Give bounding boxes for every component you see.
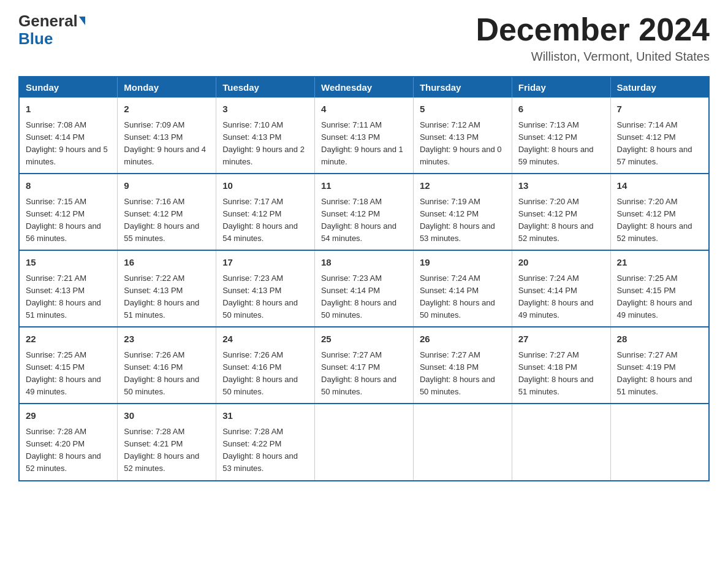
calendar-header: SundayMondayTuesdayWednesdayThursdayFrid… — [19, 77, 709, 98]
day-header-tuesday: Tuesday — [216, 77, 315, 98]
day-info: Sunrise: 7:26 AMSunset: 4:16 PMDaylight:… — [222, 350, 298, 396]
calendar-day-16: 16 Sunrise: 7:22 AMSunset: 4:13 PMDaylig… — [118, 250, 216, 327]
location-subtitle: Williston, Vermont, United States — [476, 50, 710, 64]
day-info: Sunrise: 7:28 AMSunset: 4:20 PMDaylight:… — [26, 427, 101, 473]
day-info: Sunrise: 7:24 AMSunset: 4:14 PMDaylight:… — [420, 274, 495, 320]
day-info: Sunrise: 7:23 AMSunset: 4:13 PMDaylight:… — [222, 274, 298, 320]
empty-cell — [413, 404, 512, 480]
day-number: 22 — [26, 332, 111, 347]
day-info: Sunrise: 7:24 AMSunset: 4:14 PMDaylight:… — [518, 274, 594, 320]
day-info: Sunrise: 7:12 AMSunset: 4:13 PMDaylight:… — [420, 120, 502, 166]
day-number: 23 — [124, 332, 210, 347]
calendar-day-26: 26 Sunrise: 7:27 AMSunset: 4:18 PMDaylig… — [413, 327, 512, 404]
calendar-week-4: 22 Sunrise: 7:25 AMSunset: 4:15 PMDaylig… — [19, 327, 709, 404]
day-number: 17 — [222, 256, 308, 270]
logo: General Blue — [18, 12, 85, 47]
day-info: Sunrise: 7:27 AMSunset: 4:18 PMDaylight:… — [518, 350, 594, 396]
calendar-week-5: 29 Sunrise: 7:28 AMSunset: 4:20 PMDaylig… — [19, 404, 709, 480]
day-info: Sunrise: 7:14 AMSunset: 4:12 PMDaylight:… — [617, 120, 692, 166]
calendar-day-20: 20 Sunrise: 7:24 AMSunset: 4:14 PMDaylig… — [512, 250, 610, 327]
calendar-day-23: 23 Sunrise: 7:26 AMSunset: 4:16 PMDaylig… — [118, 327, 216, 404]
day-info: Sunrise: 7:28 AMSunset: 4:22 PMDaylight:… — [222, 427, 298, 473]
day-info: Sunrise: 7:22 AMSunset: 4:13 PMDaylight:… — [124, 274, 199, 320]
day-number: 10 — [222, 179, 308, 193]
logo-top: General — [18, 12, 85, 30]
calendar-day-25: 25 Sunrise: 7:27 AMSunset: 4:17 PMDaylig… — [315, 327, 414, 404]
day-number: 24 — [222, 332, 308, 347]
day-number: 12 — [420, 179, 506, 193]
empty-cell — [315, 404, 414, 480]
day-number: 2 — [124, 102, 210, 117]
day-number: 25 — [321, 332, 407, 347]
calendar-day-30: 30 Sunrise: 7:28 AMSunset: 4:21 PMDaylig… — [118, 404, 216, 480]
day-info: Sunrise: 7:20 AMSunset: 4:12 PMDaylight:… — [518, 197, 594, 243]
day-number: 5 — [420, 102, 506, 117]
day-header-saturday: Saturday — [610, 77, 709, 98]
day-number: 7 — [617, 102, 702, 117]
logo-arrow-icon — [79, 17, 85, 25]
day-info: Sunrise: 7:27 AMSunset: 4:19 PMDaylight:… — [617, 350, 692, 396]
day-info: Sunrise: 7:28 AMSunset: 4:21 PMDaylight:… — [124, 427, 199, 473]
day-header-monday: Monday — [118, 77, 216, 98]
day-number: 21 — [617, 256, 702, 270]
day-info: Sunrise: 7:25 AMSunset: 4:15 PMDaylight:… — [617, 274, 692, 320]
day-number: 15 — [26, 256, 111, 270]
calendar-day-4: 4 Sunrise: 7:11 AMSunset: 4:13 PMDayligh… — [315, 98, 414, 174]
calendar-day-15: 15 Sunrise: 7:21 AMSunset: 4:13 PMDaylig… — [19, 250, 118, 327]
day-number: 13 — [518, 179, 604, 193]
empty-cell — [512, 404, 610, 480]
calendar-day-17: 17 Sunrise: 7:23 AMSunset: 4:13 PMDaylig… — [216, 250, 315, 327]
calendar-day-6: 6 Sunrise: 7:13 AMSunset: 4:12 PMDayligh… — [512, 98, 610, 174]
day-info: Sunrise: 7:09 AMSunset: 4:13 PMDaylight:… — [124, 120, 206, 166]
day-info: Sunrise: 7:08 AMSunset: 4:14 PMDaylight:… — [26, 120, 108, 166]
day-info: Sunrise: 7:11 AMSunset: 4:13 PMDaylight:… — [321, 120, 403, 166]
days-of-week-row: SundayMondayTuesdayWednesdayThursdayFrid… — [19, 77, 709, 98]
day-info: Sunrise: 7:26 AMSunset: 4:16 PMDaylight:… — [124, 350, 199, 396]
calendar-week-1: 1 Sunrise: 7:08 AMSunset: 4:14 PMDayligh… — [19, 98, 709, 174]
calendar-day-19: 19 Sunrise: 7:24 AMSunset: 4:14 PMDaylig… — [413, 250, 512, 327]
day-number: 16 — [124, 256, 210, 270]
calendar-day-14: 14 Sunrise: 7:20 AMSunset: 4:12 PMDaylig… — [610, 174, 709, 250]
day-info: Sunrise: 7:27 AMSunset: 4:18 PMDaylight:… — [420, 350, 495, 396]
day-number: 19 — [420, 256, 506, 270]
day-number: 11 — [321, 179, 407, 193]
calendar-day-27: 27 Sunrise: 7:27 AMSunset: 4:18 PMDaylig… — [512, 327, 610, 404]
day-info: Sunrise: 7:19 AMSunset: 4:12 PMDaylight:… — [420, 197, 495, 243]
day-info: Sunrise: 7:18 AMSunset: 4:12 PMDaylight:… — [321, 197, 396, 243]
day-number: 1 — [26, 102, 111, 117]
calendar-table: SundayMondayTuesdayWednesdayThursdayFrid… — [18, 76, 710, 481]
calendar-day-2: 2 Sunrise: 7:09 AMSunset: 4:13 PMDayligh… — [118, 98, 216, 174]
calendar-day-3: 3 Sunrise: 7:10 AMSunset: 4:13 PMDayligh… — [216, 98, 315, 174]
calendar-day-28: 28 Sunrise: 7:27 AMSunset: 4:19 PMDaylig… — [610, 327, 709, 404]
day-number: 8 — [26, 179, 111, 193]
day-info: Sunrise: 7:27 AMSunset: 4:17 PMDaylight:… — [321, 350, 396, 396]
calendar-day-31: 31 Sunrise: 7:28 AMSunset: 4:22 PMDaylig… — [216, 404, 315, 480]
day-info: Sunrise: 7:10 AMSunset: 4:13 PMDaylight:… — [222, 120, 305, 166]
calendar-day-5: 5 Sunrise: 7:12 AMSunset: 4:13 PMDayligh… — [413, 98, 512, 174]
day-info: Sunrise: 7:13 AMSunset: 4:12 PMDaylight:… — [518, 120, 594, 166]
day-number: 3 — [222, 102, 308, 117]
calendar-day-8: 8 Sunrise: 7:15 AMSunset: 4:12 PMDayligh… — [19, 174, 118, 250]
day-number: 14 — [617, 179, 702, 193]
day-info: Sunrise: 7:17 AMSunset: 4:12 PMDaylight:… — [222, 197, 298, 243]
calendar-day-11: 11 Sunrise: 7:18 AMSunset: 4:12 PMDaylig… — [315, 174, 414, 250]
logo-blue-text: Blue — [18, 30, 53, 48]
day-info: Sunrise: 7:21 AMSunset: 4:13 PMDaylight:… — [26, 274, 101, 320]
calendar-day-10: 10 Sunrise: 7:17 AMSunset: 4:12 PMDaylig… — [216, 174, 315, 250]
day-header-wednesday: Wednesday — [315, 77, 414, 98]
calendar-week-3: 15 Sunrise: 7:21 AMSunset: 4:13 PMDaylig… — [19, 250, 709, 327]
day-info: Sunrise: 7:16 AMSunset: 4:12 PMDaylight:… — [124, 197, 199, 243]
logo-general-text: General — [18, 12, 78, 30]
calendar-day-13: 13 Sunrise: 7:20 AMSunset: 4:12 PMDaylig… — [512, 174, 610, 250]
calendar-day-7: 7 Sunrise: 7:14 AMSunset: 4:12 PMDayligh… — [610, 98, 709, 174]
day-number: 29 — [26, 409, 111, 423]
day-header-thursday: Thursday — [413, 77, 512, 98]
day-number: 27 — [518, 332, 604, 347]
day-number: 26 — [420, 332, 506, 347]
calendar-day-12: 12 Sunrise: 7:19 AMSunset: 4:12 PMDaylig… — [413, 174, 512, 250]
page-header: General Blue December 2024 Williston, Ve… — [18, 12, 710, 64]
day-number: 4 — [321, 102, 407, 117]
calendar-body: 1 Sunrise: 7:08 AMSunset: 4:14 PMDayligh… — [19, 98, 709, 480]
calendar-day-9: 9 Sunrise: 7:16 AMSunset: 4:12 PMDayligh… — [118, 174, 216, 250]
day-header-sunday: Sunday — [19, 77, 118, 98]
